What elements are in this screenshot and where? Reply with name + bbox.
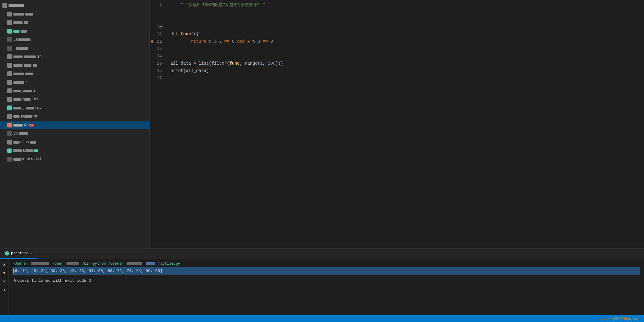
paren3: (	[258, 60, 260, 67]
cmd-blurred-3	[127, 262, 142, 265]
item-label: ad	[23, 148, 27, 153]
blurred	[13, 64, 23, 67]
terminal-text: /Users/ /oner /bin/python /Users/ ractis…	[9, 259, 644, 315]
blurred	[13, 141, 20, 144]
file-icon-teal	[7, 148, 12, 153]
blurred	[24, 64, 31, 67]
paren-open: (	[191, 30, 193, 38]
item-label: ments.txt	[22, 157, 42, 161]
ln-13: 13	[150, 45, 164, 52]
keyword-and: and	[237, 38, 248, 45]
comma1: ,	[240, 60, 245, 67]
sidebar-item-3[interactable]	[0, 27, 149, 35]
blurred	[18, 38, 30, 41]
process-text: Process finished with exit code 0	[13, 278, 91, 283]
sidebar-item-rils[interactable]	[0, 1, 149, 10]
paren2: (	[227, 60, 229, 67]
sidebar-item-16[interactable]: /tes	[0, 138, 149, 146]
param-x: x	[194, 30, 196, 38]
blurred	[25, 73, 33, 75]
sidebar-item-1[interactable]	[0, 10, 149, 18]
sidebar-item-13[interactable]: 规 nd	[0, 112, 149, 121]
cmd-python: /bin/python /Users/	[82, 262, 123, 266]
file-icon	[7, 157, 12, 162]
blurred-1	[13, 30, 20, 33]
item-label: te.	[35, 106, 41, 110]
sidebar-item-14[interactable]: sl	[0, 121, 149, 129]
file-icon	[7, 29, 12, 34]
file-icon	[7, 97, 12, 102]
var-x2: x	[247, 38, 252, 45]
item-label: y	[22, 89, 24, 93]
blurred-red	[29, 124, 34, 127]
blurred	[24, 98, 30, 101]
blurred-2	[21, 30, 27, 33]
paren4: (	[183, 67, 186, 74]
code-content[interactable]: """获取0-100内既是2又是3的倍数数据""" def func ( x )…	[168, 0, 644, 248]
cmd-path-mid: /oner	[52, 262, 63, 266]
ln-15: 15	[150, 60, 164, 67]
blurred	[13, 81, 24, 84]
blurred-label	[9, 4, 24, 7]
num-3: 3	[258, 38, 263, 45]
num-100: 100	[268, 60, 275, 67]
op-mod1: %	[214, 38, 219, 45]
blurred	[24, 90, 32, 92]
file-icon	[7, 80, 12, 85]
sidebar-item-11[interactable]: p lni	[0, 95, 149, 104]
cmd-blurred-1	[31, 262, 49, 265]
num-2: 2	[219, 38, 224, 45]
num-0b: 0	[270, 38, 273, 45]
list-button[interactable]: ≡	[1, 279, 7, 285]
ln-17: 17	[150, 74, 164, 82]
indent	[170, 38, 191, 45]
sidebar-item-18[interactable]: ments.txt	[0, 155, 149, 163]
terminal-tab-practise[interactable]: practise ✕	[0, 249, 37, 259]
tab-close-button[interactable]: ✕	[30, 252, 32, 255]
item-label: /	[25, 80, 27, 84]
sidebar-item-15[interactable]: yu	[0, 129, 149, 138]
keyword-def: def	[170, 30, 181, 38]
blurred-2	[25, 13, 33, 16]
empty-line	[13, 275, 640, 277]
blurred	[13, 115, 20, 118]
sidebar-item-10[interactable]: y i	[0, 87, 149, 95]
num-1: 1	[260, 60, 263, 67]
sidebar-item-6[interactable]: sh	[0, 52, 149, 61]
code-line-8	[170, 9, 644, 16]
sidebar-item-17[interactable]: ad	[0, 146, 149, 155]
cmd-blurred-2	[66, 262, 79, 265]
sidebar-item-2[interactable]	[0, 18, 149, 27]
blurred	[13, 90, 21, 92]
sidebar-item-8[interactable]	[0, 70, 149, 78]
sidebar-item-4[interactable]: .s	[0, 35, 149, 44]
code-container: 7 10 11 12 13 14 15 16 17	[150, 0, 644, 248]
ln-9	[150, 16, 164, 23]
process-finished-line: Process finished with exit code 0	[13, 277, 640, 284]
scroll-up-button[interactable]: ▲	[1, 262, 7, 268]
scroll-down-button[interactable]: ▼	[1, 270, 7, 276]
op-eq1: ==	[224, 38, 232, 45]
blurred	[24, 115, 32, 118]
code-line-12: return x % 2 == 0 and x % 3 == 0	[170, 38, 644, 45]
blurred	[13, 149, 22, 152]
file-icon	[7, 71, 12, 76]
file-icon	[7, 88, 12, 93]
terminal-controls: ▲ ▼ ≡ ⬇	[0, 259, 9, 315]
var-x1: x	[209, 38, 214, 45]
paren5: )	[206, 67, 209, 74]
builtin-filter: filter	[211, 60, 227, 67]
terminal-panel: practise ✕ ▲ ▼ ≡ ⬇ /Users/ /oner /bin/py…	[0, 248, 644, 315]
watermark-text: CSDN @雨停江南Lujier	[602, 317, 639, 321]
sidebar-item-5[interactable]: d	[0, 44, 149, 52]
sidebar-item-9[interactable]: /	[0, 78, 149, 87]
blurred	[13, 158, 21, 161]
item-label: .s	[13, 38, 18, 42]
item-label: lni	[32, 97, 38, 102]
item-label: sl	[24, 123, 28, 127]
sidebar-item-12[interactable]: _u te.	[0, 104, 149, 112]
sidebar-item-7[interactable]	[0, 61, 149, 70]
blurred-2	[24, 21, 28, 24]
expand-button[interactable]: ⬇	[1, 287, 7, 293]
folder-icon	[2, 3, 7, 8]
